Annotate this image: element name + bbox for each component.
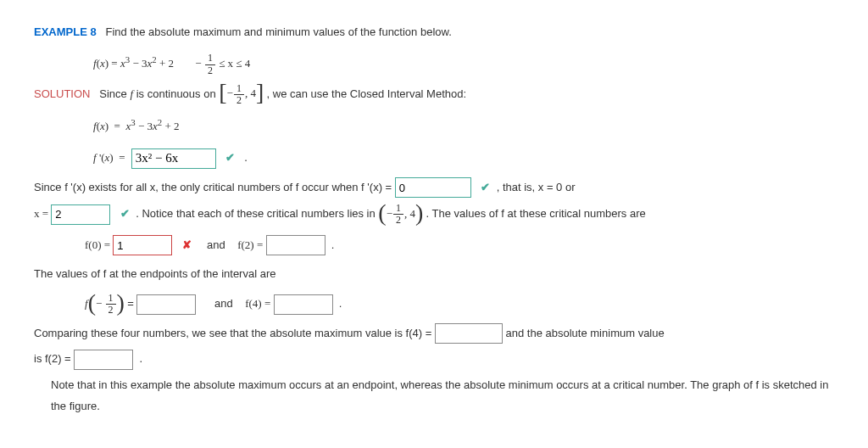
- example-title: Find the absolute maximum and minimum va…: [106, 25, 452, 38]
- fprime-zero-input[interactable]: [395, 177, 471, 198]
- f4-max-input[interactable]: [435, 323, 503, 344]
- exists-line: Since f '(x) exists for all x, the only …: [34, 177, 834, 199]
- fprime-line: f '(x) = ✔ .: [93, 146, 834, 171]
- x-value-input[interactable]: [51, 204, 110, 225]
- f2-min-input[interactable]: [74, 350, 133, 370]
- check-icon: ✔: [225, 151, 235, 164]
- example-heading: EXAMPLE 8 Find the absolute maximum and …: [34, 22, 834, 43]
- endpoints-intro: The values of f at the endpoints of the …: [34, 264, 834, 285]
- fprime-input[interactable]: [131, 148, 216, 169]
- f-neg-half: f(− 12): [85, 297, 127, 310]
- critical-values-line: f(0) = ✘ and f(2) = .: [85, 233, 834, 258]
- open-interval: (−12, 4): [378, 207, 426, 220]
- example-label: EXAMPLE 8: [34, 25, 97, 38]
- solution-label: SOLUTION: [34, 87, 90, 99]
- cross-icon: ✘: [182, 238, 192, 251]
- f0-input[interactable]: [113, 235, 172, 255]
- fneg-input[interactable]: [136, 294, 196, 315]
- domain-interval: − 12 ≤ x ≤ 4: [195, 57, 250, 70]
- closed-interval: [−12, 4]: [219, 87, 266, 99]
- check-icon: ✔: [481, 181, 490, 193]
- compare-line-2: is f(2) = .: [34, 349, 834, 370]
- func-restate: f(x) = x3 − 3x2 + 2: [93, 113, 834, 139]
- x-equals-line: x = ✔ . Notice that each of these critic…: [34, 203, 834, 226]
- f2-input[interactable]: [266, 235, 326, 255]
- note-line: Note that in this example the absolute m…: [51, 375, 834, 417]
- function-definition-line: f(x) = x3 − 3x2 + 2 − 12 ≤ x ≤ 4: [93, 50, 834, 76]
- endpoint-values-line: f(− 12) = and f(4) = .: [85, 292, 834, 316]
- solution-line: SOLUTION Since f is continuous on [−12, …: [34, 83, 834, 106]
- f4-input[interactable]: [274, 294, 333, 315]
- function-def: f(x) = x3 − 3x2 + 2: [93, 57, 174, 70]
- compare-line-1: Comparing these four numbers, we see tha…: [34, 323, 834, 344]
- check-icon: ✔: [120, 207, 130, 220]
